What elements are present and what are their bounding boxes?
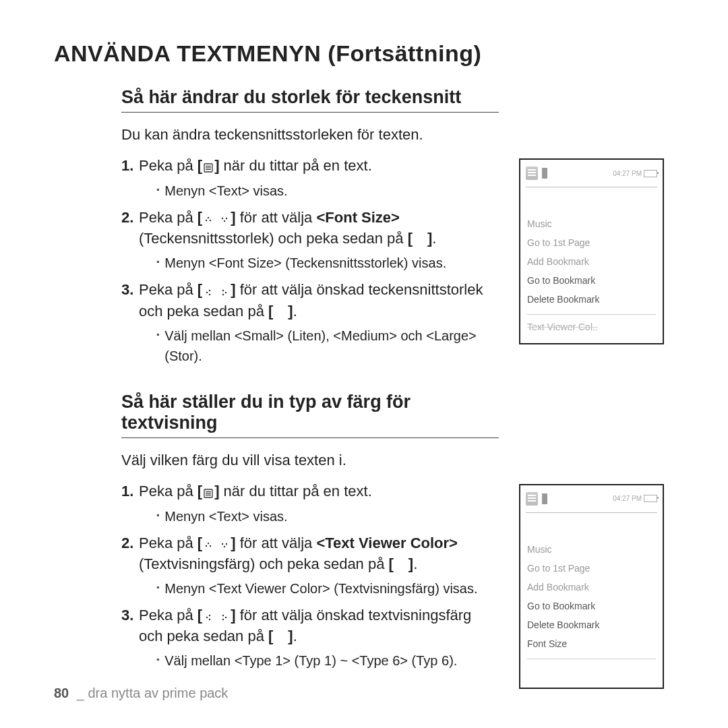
svg-point-20 (208, 543, 209, 544)
substep: Menyn <Text Viewer Color> (Textvisningsf… (156, 578, 499, 599)
page-footer: 80 _ dra nytta av prime pack (54, 686, 228, 701)
menu-divider (527, 659, 656, 681)
svg-point-9 (224, 220, 225, 222)
right-icon (218, 606, 231, 626)
menu-item: Go to 1st Page (527, 233, 656, 252)
battery-icon (644, 495, 657, 502)
substep: Välj mellan <Small> (Liten), <Medium> oc… (156, 326, 499, 366)
menu-item: Go to Bookmark (527, 271, 656, 290)
document-icon (526, 166, 538, 180)
svg-point-30 (225, 617, 226, 618)
svg-point-23 (222, 543, 223, 545)
svg-point-31 (222, 619, 224, 620)
left-icon (202, 606, 214, 626)
section2-intro: Välj vilken färg du vill visa texten i. (121, 452, 499, 469)
svg-point-13 (222, 289, 224, 291)
step: Peka på [ ] för att välja <Font Size> (T… (121, 208, 499, 273)
section2-steps: Peka på [] när du tittar på en text. Men… (121, 481, 499, 671)
svg-point-4 (208, 217, 209, 218)
device-illustration-1: 04:27 PM Music Go to 1st Page Add Bookma… (519, 158, 664, 344)
page-title: ANVÄNDA TEXTMENYN (Fortsättning) (54, 40, 681, 67)
menu-item: Music (527, 540, 656, 559)
up-icon (202, 208, 214, 229)
right-icon (218, 281, 231, 301)
section2-heading: Så här ställer du in typ av färg för tex… (121, 392, 499, 438)
substep: Menyn <Text> visas. (156, 506, 499, 526)
svg-point-26 (209, 615, 210, 616)
menu-item: Go to 1st Page (527, 559, 656, 578)
step: Peka på [ ] för att välja önskad textvis… (121, 605, 499, 671)
svg-point-29 (222, 615, 224, 616)
svg-point-14 (225, 291, 226, 293)
svg-point-12 (209, 293, 210, 295)
svg-point-22 (210, 545, 211, 547)
svg-point-7 (222, 218, 223, 219)
menu-item-cut: Text Viewer Col.. (527, 314, 656, 336)
down-icon (218, 208, 231, 229)
menu-item: Music (527, 214, 656, 233)
step: Peka på [ ] för att välja önskad teckens… (121, 280, 499, 365)
menu-item: Font Size (527, 634, 656, 653)
svg-point-15 (222, 293, 224, 295)
menu-icon (202, 156, 214, 177)
section1-steps: Peka på [] när du tittar på en text. Men… (121, 156, 499, 366)
substep: Menyn <Font Size> (Teckensnittsstorlek) … (156, 253, 499, 273)
menu-item: Add Bookmark (527, 578, 656, 597)
svg-point-21 (206, 545, 207, 547)
svg-point-28 (209, 619, 210, 620)
substep: Menyn <Text> visas. (156, 181, 499, 201)
svg-point-24 (226, 543, 227, 545)
document-icon (526, 492, 538, 506)
menu-item: Delete Bookmark (527, 290, 656, 309)
menu-item: Go to Bookmark (527, 597, 656, 615)
svg-point-25 (224, 546, 225, 547)
svg-point-8 (226, 218, 227, 219)
svg-point-5 (206, 220, 207, 221)
step: Peka på [] när du tittar på en text. Men… (121, 481, 499, 526)
svg-point-6 (210, 220, 211, 221)
menu-item: Add Bookmark (527, 252, 656, 271)
step: Peka på [] när du tittar på en text. Men… (121, 156, 499, 201)
menu-icon (202, 482, 214, 502)
up-icon (202, 534, 214, 554)
svg-point-10 (209, 289, 210, 291)
menu-item: Delete Bookmark (527, 615, 656, 634)
section1-heading: Så här ändrar du storlek för teckensnitt (121, 87, 499, 113)
down-icon (218, 534, 231, 554)
left-icon (202, 281, 214, 301)
device-illustration-2: 04:27 PM Music Go to 1st Page Add Bookma… (519, 484, 664, 689)
battery-icon (644, 170, 657, 177)
svg-point-11 (206, 291, 208, 293)
section1-intro: Du kan ändra teckensnittsstorleken för t… (121, 126, 499, 144)
substep: Välj mellan <Type 1> (Typ 1) ~ <Type 6> … (156, 650, 499, 671)
step: Peka på [ ] för att välja <Text Viewer C… (121, 533, 499, 599)
svg-point-27 (206, 617, 208, 618)
